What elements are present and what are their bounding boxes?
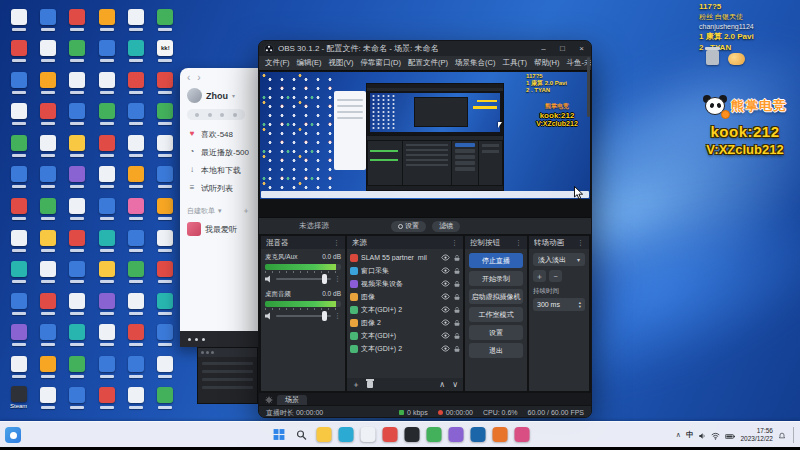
desktop-icon[interactable]	[4, 225, 33, 257]
battery-icon[interactable]	[725, 426, 735, 444]
desktop-icon[interactable]	[4, 319, 33, 351]
taskbar-app-icon[interactable]	[493, 427, 508, 442]
desktop-icon[interactable]	[92, 4, 121, 36]
lock-icon[interactable]	[453, 254, 461, 262]
desktop-icon[interactable]	[121, 130, 150, 162]
obs-preview[interactable]: 117?5 1 康算 2.0 Pavi 2 . TYAN 熊掌电竞 kook:2…	[259, 70, 591, 218]
desktop-icon[interactable]	[4, 288, 33, 320]
obs-control-button[interactable]: 启动虚拟摄像机	[469, 289, 523, 304]
source-row[interactable]: 文本(GDI+) 2	[350, 342, 461, 355]
desktop-icon[interactable]	[121, 288, 150, 320]
desktop-icon[interactable]	[92, 36, 121, 68]
volume-slider[interactable]: ⋮	[265, 275, 341, 283]
widgets-button[interactable]	[5, 427, 21, 443]
lock-icon[interactable]	[453, 293, 461, 301]
obs-menu-item[interactable]: 工具(T)	[502, 58, 527, 68]
desktop-icon[interactable]	[4, 67, 33, 99]
desktop-icon[interactable]	[92, 99, 121, 131]
lock-icon[interactable]	[453, 267, 461, 275]
volume-slider[interactable]: ⋮	[265, 312, 341, 320]
desktop-icon[interactable]	[33, 36, 62, 68]
scene-tab[interactable]: 场景	[277, 395, 307, 405]
desktop-icon[interactable]	[33, 130, 62, 162]
desktop-icon[interactable]	[121, 67, 150, 99]
desktop-icon[interactable]	[63, 4, 92, 36]
dock-menu-icon[interactable]: ⋮	[515, 239, 522, 247]
desktop-icon[interactable]	[63, 130, 92, 162]
visibility-eye-icon[interactable]	[441, 292, 450, 301]
taskbar-app-icon[interactable]	[449, 427, 464, 442]
desktop-icon[interactable]	[151, 193, 180, 225]
desktop-icon[interactable]	[121, 256, 150, 288]
source-row[interactable]: 视频采集设备	[350, 277, 461, 290]
desktop-icon[interactable]	[151, 4, 180, 36]
desktop-icon[interactable]	[63, 256, 92, 288]
source-row[interactable]: 图像	[350, 290, 461, 303]
obs-menu-item[interactable]: 文件(F)	[265, 58, 290, 68]
desktop-icon[interactable]	[151, 67, 180, 99]
desktop-icon[interactable]	[63, 67, 92, 99]
desktop-icon[interactable]	[121, 319, 150, 351]
desktop-icon[interactable]	[63, 351, 92, 383]
desktop-icon[interactable]	[121, 36, 150, 68]
taskbar-app-icon[interactable]	[515, 427, 530, 442]
speaker-icon[interactable]	[265, 275, 273, 283]
desktop-icon[interactable]	[63, 225, 92, 257]
wifi-icon[interactable]	[711, 426, 720, 444]
desktop-icon[interactable]	[4, 130, 33, 162]
close-icon[interactable]: ×	[572, 41, 591, 56]
taskbar-clock[interactable]: 17:56 2023/12/22	[740, 427, 773, 443]
lock-icon[interactable]	[453, 345, 461, 353]
obs-titlebar[interactable]: OBS 30.1.2 - 配置文件: 未命名 - 场景: 未命名 – □ ×	[259, 41, 591, 56]
obs-control-button[interactable]: 设置	[469, 325, 523, 340]
chevron-down-icon[interactable]: ▾	[218, 207, 222, 215]
desktop-icon[interactable]	[121, 4, 150, 36]
desktop-icon[interactable]	[121, 351, 150, 383]
desktop-icon[interactable]	[4, 351, 33, 383]
lock-icon[interactable]	[453, 319, 461, 327]
speaker-icon[interactable]	[265, 312, 273, 320]
taskbar-app-icon[interactable]	[361, 427, 376, 442]
desktop-icon[interactable]	[92, 288, 121, 320]
desktop-icon[interactable]	[92, 162, 121, 194]
forward-icon[interactable]: ›	[197, 73, 200, 85]
desktop-icon[interactable]	[92, 351, 121, 383]
slider-handle[interactable]	[322, 274, 327, 284]
desktop-icon[interactable]	[63, 382, 92, 414]
desktop-icon[interactable]	[63, 319, 92, 351]
add-transition-button[interactable]: ＋	[533, 270, 546, 282]
volume-icon[interactable]	[698, 426, 706, 444]
desktop-icon[interactable]	[4, 193, 33, 225]
obs-menu-item[interactable]: 视图(V)	[329, 58, 354, 68]
desktop-icon[interactable]	[92, 193, 121, 225]
tray-expand-icon[interactable]: ∧	[676, 431, 681, 439]
taskbar-app-icon[interactable]	[405, 427, 420, 442]
desktop-icon[interactable]	[33, 4, 62, 36]
desktop-icon[interactable]	[121, 382, 150, 414]
move-down-icon[interactable]: ∨	[452, 381, 458, 389]
obs-menu-item[interactable]: 停靠窗口(D)	[361, 58, 401, 68]
desktop-icon[interactable]	[121, 225, 150, 257]
desktop-icon[interactable]	[33, 162, 62, 194]
minimize-icon[interactable]: –	[534, 41, 553, 56]
dock-menu-icon[interactable]: ⋮	[577, 239, 584, 247]
desktop-icon[interactable]	[33, 193, 62, 225]
obs-control-button[interactable]: 退出	[469, 343, 523, 358]
taskbar-app-icon[interactable]	[471, 427, 486, 442]
visibility-eye-icon[interactable]	[441, 305, 450, 314]
show-desktop-button[interactable]	[793, 427, 795, 443]
desktop-icon[interactable]	[92, 256, 121, 288]
desktop-icon[interactable]	[151, 319, 180, 351]
desktop-icon[interactable]	[92, 382, 121, 414]
desktop-icon[interactable]	[33, 319, 62, 351]
dock-menu-icon[interactable]: ⋮	[451, 239, 458, 247]
dock-menu-icon[interactable]: ⋮	[333, 239, 340, 247]
source-row[interactable]: 图像 2	[350, 316, 461, 329]
desktop-icon[interactable]	[4, 162, 33, 194]
source-row[interactable]: 文本(GDI+) 2	[350, 303, 461, 316]
search-icon[interactable]	[294, 427, 310, 443]
desktop-icon[interactable]	[4, 256, 33, 288]
taskbar-app-icon[interactable]	[427, 427, 442, 442]
desktop-icon[interactable]	[33, 288, 62, 320]
desktop-icon[interactable]	[63, 162, 92, 194]
